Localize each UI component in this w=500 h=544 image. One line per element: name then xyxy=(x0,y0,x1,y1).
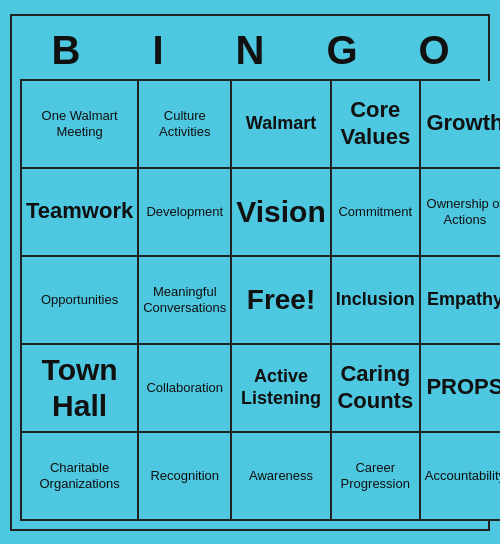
cell-r0-c1: Culture Activities xyxy=(139,81,232,169)
bingo-grid: One Walmart MeetingCulture ActivitiesWal… xyxy=(20,79,480,521)
cell-r2-c0: Opportunities xyxy=(22,257,139,345)
bingo-card: BINGO One Walmart MeetingCulture Activit… xyxy=(10,14,490,531)
bingo-letter: B xyxy=(20,24,112,77)
cell-r4-c4: Accountability xyxy=(421,433,500,521)
cell-r4-c0: Charitable Organizations xyxy=(22,433,139,521)
bingo-letter: G xyxy=(296,24,388,77)
bingo-letter: I xyxy=(112,24,204,77)
cell-r2-c4: Empathy xyxy=(421,257,500,345)
cell-r4-c1: Recognition xyxy=(139,433,232,521)
cell-r3-c2: Active Listening xyxy=(232,345,331,433)
cell-r0-c2: Walmart xyxy=(232,81,331,169)
cell-r2-c2: Free! xyxy=(232,257,331,345)
cell-r0-c3: Core Values xyxy=(332,81,421,169)
cell-r0-c4: Growth xyxy=(421,81,500,169)
cell-r1-c2: Vision xyxy=(232,169,331,257)
cell-r1-c3: Commitment xyxy=(332,169,421,257)
cell-r4-c2: Awareness xyxy=(232,433,331,521)
cell-r2-c1: Meaningful Conversations xyxy=(139,257,232,345)
bingo-letter: N xyxy=(204,24,296,77)
cell-r3-c1: Collaboration xyxy=(139,345,232,433)
cell-r1-c1: Development xyxy=(139,169,232,257)
bingo-letter: O xyxy=(388,24,480,77)
bingo-header: BINGO xyxy=(20,24,480,77)
cell-r0-c0: One Walmart Meeting xyxy=(22,81,139,169)
cell-r3-c0: Town Hall xyxy=(22,345,139,433)
cell-r2-c3: Inclusion xyxy=(332,257,421,345)
cell-r1-c0: Teamwork xyxy=(22,169,139,257)
cell-r3-c3: Caring Counts xyxy=(332,345,421,433)
cell-r4-c3: Career Progression xyxy=(332,433,421,521)
cell-r3-c4: PROPS xyxy=(421,345,500,433)
cell-r1-c4: Ownership of Actions xyxy=(421,169,500,257)
